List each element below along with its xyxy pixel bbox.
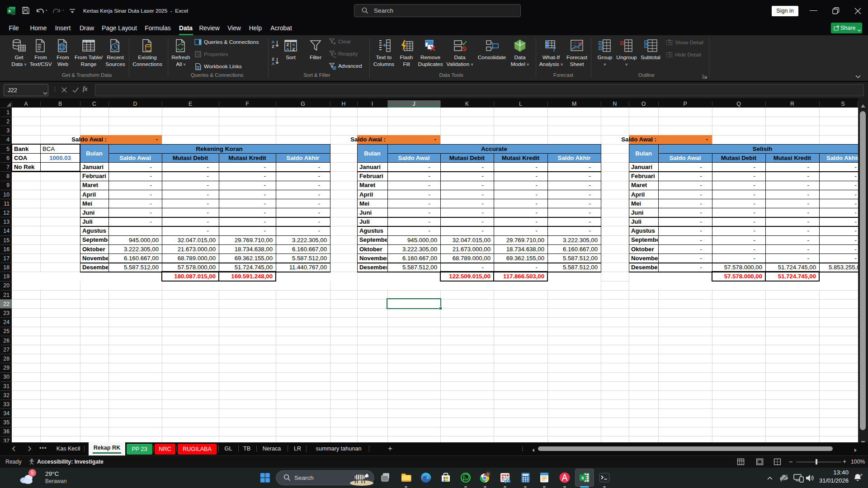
svg-text:Juni: Juni [82, 209, 94, 216]
svg-text:-: - [429, 218, 430, 225]
svg-text:51.724.745,00: 51.724.745,00 [778, 264, 816, 271]
svg-text:Bulan: Bulan [635, 150, 652, 157]
svg-text:Mutasi Debit: Mutasi Debit [721, 155, 757, 161]
svg-text:F: F [245, 101, 249, 107]
svg-text:30: 30 [3, 374, 9, 380]
svg-text:-: - [754, 246, 755, 253]
svg-text:-: - [807, 200, 809, 207]
svg-text:Desember: Desember [359, 264, 388, 271]
svg-text:945.000,00: 945.000,00 [407, 237, 437, 244]
svg-text:-: - [207, 173, 209, 179]
svg-text:-: - [807, 209, 809, 216]
svg-text:April: April [631, 191, 645, 198]
svg-text:D: D [133, 101, 137, 107]
svg-text:Q: Q [736, 101, 741, 107]
svg-text:J: J [412, 101, 415, 107]
svg-text:-: - [536, 182, 538, 188]
svg-text:Agustus: Agustus [631, 227, 655, 234]
svg-text:-: - [536, 209, 538, 216]
svg-text:-: - [700, 200, 702, 207]
svg-text:-: - [807, 255, 809, 262]
svg-text:Maret: Maret [631, 182, 647, 188]
svg-text:-: - [855, 182, 857, 188]
svg-text:26: 26 [3, 338, 9, 344]
svg-text:-: - [754, 164, 755, 170]
svg-text:-: - [156, 136, 158, 143]
svg-text:5: 5 [6, 146, 9, 152]
svg-text:-: - [700, 182, 702, 188]
svg-text:Saldo Awal :: Saldo Awal : [71, 136, 107, 143]
svg-text:-: - [706, 136, 708, 143]
svg-text:-: - [318, 227, 320, 234]
svg-text:-: - [700, 237, 702, 244]
svg-text:-: - [536, 191, 538, 198]
svg-text:-: - [855, 218, 857, 225]
svg-text:-: - [207, 227, 209, 234]
svg-text:-: - [429, 209, 430, 216]
svg-text:Rekening Koran: Rekening Koran [196, 145, 243, 152]
svg-text:x: x [8, 9, 10, 13]
svg-text:32.047.015,00: 32.047.015,00 [453, 237, 491, 244]
svg-text:68.789.000,00: 68.789.000,00 [453, 255, 491, 262]
svg-text:Bulan: Bulan [364, 150, 381, 157]
svg-text:17: 17 [3, 255, 9, 262]
svg-text:-: - [536, 218, 538, 225]
svg-text:Januari: Januari [82, 164, 104, 170]
svg-text:L: L [519, 101, 522, 107]
svg-text:-: - [264, 173, 266, 179]
svg-text:-: - [589, 191, 591, 198]
svg-text:3: 3 [6, 127, 9, 134]
svg-text:S: S [841, 101, 844, 107]
svg-text:Mutasi Debit: Mutasi Debit [449, 155, 485, 161]
svg-text:-: - [855, 191, 857, 198]
svg-text:P: P [683, 101, 687, 107]
svg-text:Mutasi Debit: Mutasi Debit [173, 155, 208, 161]
svg-text:-: - [807, 237, 809, 244]
svg-text:-: - [855, 246, 857, 253]
svg-text:Maret: Maret [82, 182, 99, 188]
svg-text:-: - [207, 182, 209, 188]
svg-text:-: - [318, 173, 320, 179]
svg-text:Februari: Februari [631, 173, 655, 179]
svg-text:1000.03: 1000.03 [49, 155, 71, 161]
svg-text:31: 31 [3, 383, 9, 389]
svg-text:22: 22 [3, 301, 9, 307]
svg-text:-: - [482, 164, 484, 170]
svg-text:5.587.512,00: 5.587.512,00 [124, 264, 159, 271]
svg-text:117.866.503,00: 117.866.503,00 [503, 273, 544, 280]
svg-text:Maret: Maret [359, 182, 376, 188]
svg-text:-: - [700, 209, 702, 216]
svg-text:-: - [150, 182, 152, 188]
svg-text:Juli: Juli [631, 218, 642, 225]
svg-text:6.160.667,00: 6.160.667,00 [402, 255, 437, 262]
svg-text:-: - [318, 164, 320, 170]
svg-text:Agustus: Agustus [82, 227, 106, 234]
svg-text:29.769.710,00: 29.769.710,00 [506, 237, 544, 244]
svg-text:180.087.015,00: 180.087.015,00 [174, 273, 216, 280]
svg-text:Z: Z [292, 47, 295, 52]
svg-text:Juni: Juni [359, 209, 372, 216]
svg-text:-: - [429, 164, 430, 170]
svg-text:-: - [589, 200, 591, 207]
svg-text:122.509.015,00: 122.509.015,00 [449, 273, 491, 280]
svg-text:-: - [150, 173, 152, 179]
svg-text:z: z [861, 473, 863, 476]
svg-text:3.222.305,00: 3.222.305,00 [124, 246, 159, 253]
svg-text:5.587.512,00: 5.587.512,00 [563, 264, 598, 271]
svg-text:-: - [482, 173, 484, 179]
svg-text:-: - [429, 191, 430, 198]
svg-text:6.160.667,00: 6.160.667,00 [563, 246, 598, 253]
svg-text:57.578.000,00: 57.578.000,00 [724, 264, 762, 271]
svg-text:-: - [754, 227, 755, 234]
svg-text:-: - [264, 164, 266, 170]
svg-text:34: 34 [3, 410, 9, 417]
svg-text:3.222.305,00: 3.222.305,00 [563, 237, 598, 244]
svg-text:Desember: Desember [631, 264, 660, 271]
svg-text:-: - [855, 164, 857, 170]
svg-text:-: - [700, 191, 702, 198]
svg-text:57.578.000,00: 57.578.000,00 [178, 264, 216, 271]
svg-text:-: - [807, 191, 809, 198]
svg-text:8: 8 [6, 173, 9, 179]
svg-text:21.673.000,00: 21.673.000,00 [453, 246, 491, 253]
svg-text:No Rek: No Rek [14, 164, 35, 170]
